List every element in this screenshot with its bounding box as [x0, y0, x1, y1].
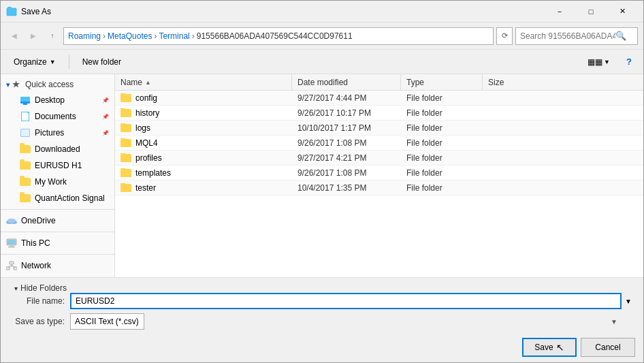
filename-input[interactable] [70, 293, 622, 309]
new-folder-button[interactable]: New folder [75, 53, 129, 71]
sidebar-divider-3 [1, 254, 114, 255]
table-row[interactable]: logs 10/10/2017 1:17 PM File folder [115, 121, 643, 136]
folder-icon [120, 139, 131, 147]
svg-rect-6 [7, 240, 16, 244]
organize-dropdown-icon: ▼ [50, 59, 56, 65]
maximize-button[interactable]: □ [575, 1, 607, 22]
breadcrumb-metaquotes[interactable]: MetaQuotes [108, 31, 152, 41]
sidebar-item-mywork[interactable]: My Work [1, 174, 114, 190]
network-icon [6, 260, 17, 271]
column-size-label: Size [488, 78, 504, 87]
column-type-label: Type [406, 78, 424, 87]
back-button[interactable]: ◀ [6, 28, 22, 44]
column-type[interactable]: Type [401, 74, 483, 90]
breadcrumb-roaming[interactable]: Roaming [68, 31, 101, 41]
folder-icon [120, 124, 131, 132]
pictures-icon [20, 127, 31, 138]
file-type: File folder [401, 153, 483, 163]
column-date[interactable]: Date modified [292, 74, 401, 90]
file-type: File folder [401, 138, 483, 148]
eurusd-icon [20, 160, 31, 171]
minimize-button[interactable]: − [544, 1, 575, 22]
svg-rect-0 [7, 8, 16, 16]
folder-icon [120, 109, 131, 117]
file-date: 9/27/2017 4:21 PM [292, 153, 401, 163]
documents-label: Documents [35, 112, 76, 121]
sidebar-item-desktop[interactable]: Desktop 📌 [1, 92, 114, 108]
desktop-label: Desktop [35, 95, 65, 105]
sidebar-divider-1 [1, 209, 114, 210]
table-row[interactable]: profiles 9/27/2017 4:21 PM File folder [115, 151, 643, 165]
file-name-cell: config [115, 93, 292, 103]
sidebar-divider-2 [1, 232, 114, 232]
quantaction-label: QuantAction Signal [35, 193, 105, 203]
sidebar-item-network[interactable]: Network [1, 257, 114, 274]
refresh-button[interactable]: ⟳ [496, 27, 513, 45]
breadcrumb-terminal[interactable]: Terminal [159, 31, 189, 41]
pictures-pin-icon: 📌 [102, 130, 109, 136]
table-row[interactable]: history 9/26/2017 10:17 PM File folder [115, 106, 643, 121]
table-row[interactable]: MQL4 9/26/2017 1:08 PM File folder [115, 136, 643, 151]
breadcrumb-bar: Roaming › MetaQuotes › Terminal › 915566… [63, 27, 494, 45]
bottom-buttons: Save ↖ Cancel [9, 334, 635, 357]
addressbar: ◀ ▶ ↑ Roaming › MetaQuotes › Terminal › … [1, 22, 643, 50]
file-type: File folder [401, 183, 483, 193]
quantaction-icon [20, 193, 31, 204]
sidebar-item-onedrive[interactable]: OneDrive [1, 212, 114, 229]
column-size[interactable]: Size [483, 74, 643, 90]
table-row[interactable]: config 9/27/2017 4:44 PM File folder [115, 91, 643, 106]
search-icon: 🔍 [615, 31, 626, 41]
file-name: logs [135, 123, 150, 133]
svg-rect-8 [8, 247, 15, 248]
sidebar-item-quantaction[interactable]: QuantAction Signal [1, 190, 114, 206]
cancel-button[interactable]: Cancel [581, 338, 635, 357]
sidebar-item-downloaded[interactable]: Downloaded [1, 141, 114, 157]
toolbar-separator [69, 55, 69, 69]
file-name-cell: history [115, 108, 292, 118]
help-button[interactable]: ? [620, 53, 638, 71]
table-row[interactable]: templates 9/26/2017 1:08 PM File folder [115, 165, 643, 180]
mywork-icon [20, 176, 31, 187]
view-dropdown-icon: ▼ [604, 59, 610, 65]
file-name-cell: tester [115, 183, 292, 193]
forward-button[interactable]: ▶ [25, 28, 42, 44]
pictures-label: Pictures [35, 128, 64, 138]
save-button[interactable]: Save ↖ [522, 338, 577, 357]
file-type: File folder [401, 93, 483, 103]
folder-icon [120, 184, 131, 192]
file-date: 9/27/2017 4:44 PM [292, 93, 401, 103]
folder-icon [120, 169, 131, 177]
filetype-select[interactable]: ASCII Text (*.csv) [70, 313, 144, 330]
file-name: tester [135, 183, 156, 193]
main-content: ▾ ★ Quick access Desktop 📌 [1, 74, 643, 277]
filetype-wrapper: ASCII Text (*.csv) ▼ [70, 313, 622, 330]
table-row[interactable]: tester 10/4/2017 1:35 PM File folder [115, 180, 643, 195]
search-input[interactable] [520, 31, 615, 41]
svg-line-14 [12, 266, 16, 267]
up-button[interactable]: ↑ [44, 28, 61, 44]
organize-button[interactable]: Organize ▼ [6, 53, 63, 71]
hide-folders-button[interactable]: ▾ Hide Folders [14, 283, 67, 293]
file-type: File folder [401, 108, 483, 118]
svg-line-13 [8, 266, 12, 267]
column-name[interactable]: Name ▲ [115, 74, 292, 90]
quick-access-header[interactable]: ▾ ★ Quick access [1, 77, 114, 92]
sidebar: ▾ ★ Quick access Desktop 📌 [1, 74, 115, 277]
file-name: templates [135, 168, 171, 178]
quick-access-chevron-icon: ▾ [6, 81, 10, 89]
sidebar-item-thispc[interactable]: This PC [1, 235, 114, 251]
sidebar-item-documents[interactable]: Documents 📌 [1, 108, 114, 125]
file-name: MQL4 [135, 138, 158, 148]
sidebar-item-eurusd[interactable]: EURUSD H1 [1, 157, 114, 174]
hide-folders-row: ▾ Hide Folders [9, 283, 635, 293]
save-as-dialog: Save As − □ ✕ ◀ ▶ ↑ Roaming › MetaQuotes… [0, 0, 644, 363]
sidebar-item-pictures[interactable]: Pictures 📌 [1, 125, 114, 141]
svg-rect-10 [6, 267, 10, 270]
close-button[interactable]: ✕ [607, 1, 638, 22]
view-button[interactable]: ▦▦ ▼ [583, 53, 615, 71]
file-name-cell: MQL4 [115, 138, 292, 148]
file-name: config [135, 93, 157, 103]
file-date: 9/26/2017 1:08 PM [292, 168, 401, 178]
svg-rect-7 [10, 245, 14, 247]
file-type: File folder [401, 168, 483, 178]
